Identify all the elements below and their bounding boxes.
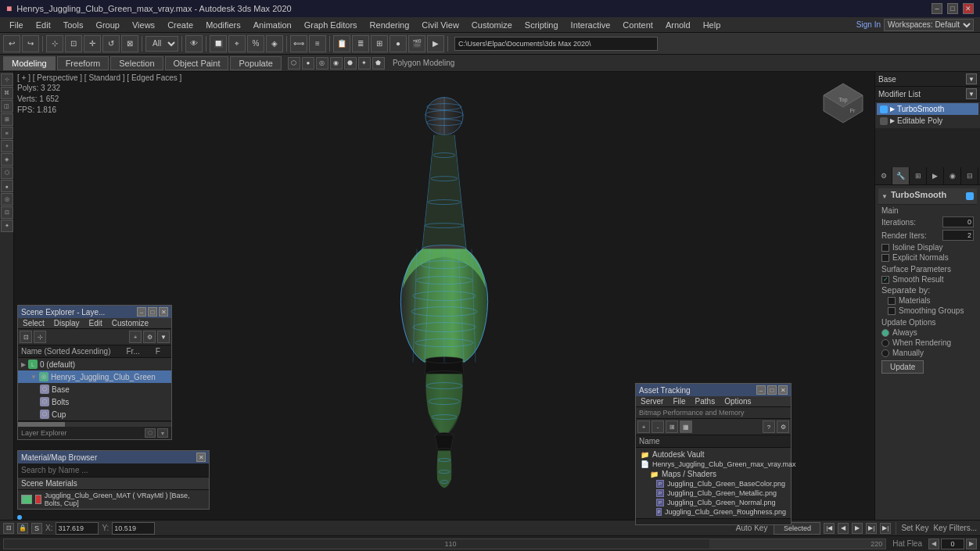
- lock-selection[interactable]: 🔒: [17, 523, 28, 534]
- polygon-modeling-btn[interactable]: ⬡: [288, 57, 300, 70]
- asset-tb-help[interactable]: ?: [763, 420, 775, 433]
- scene-status-btn1[interactable]: ⬡: [145, 428, 156, 438]
- scene-explorer-minimize[interactable]: –: [137, 307, 146, 317]
- sidebar-icon-1[interactable]: ⊹: [1, 73, 13, 86]
- path-input[interactable]: [454, 37, 658, 51]
- poly-btn-2[interactable]: ●: [302, 57, 314, 70]
- menu-arnold[interactable]: Arnold: [659, 19, 697, 31]
- smoothing-groups-checkbox[interactable]: [888, 307, 896, 315]
- panel-tab-display[interactable]: ⚙: [875, 167, 892, 184]
- asset-item-maps-folder[interactable]: 📁 Maps / Shaders: [647, 469, 789, 479]
- poly-btn-4[interactable]: ◉: [330, 57, 343, 70]
- tab-modeling[interactable]: Modeling: [3, 56, 56, 70]
- menu-content[interactable]: Content: [616, 19, 659, 31]
- reference-coord-dropdown[interactable]: All: [145, 36, 178, 52]
- scene-tb-filter[interactable]: ⊡: [20, 331, 32, 343]
- last-frame[interactable]: ▶|: [880, 523, 891, 534]
- sidebar-icon-12[interactable]: ✦: [1, 220, 13, 232]
- scene-menu-edit[interactable]: Edit: [84, 318, 107, 328]
- time-controls[interactable]: |◀: [824, 523, 835, 534]
- ribbon-toggle[interactable]: ≣: [352, 35, 369, 52]
- maximize-button[interactable]: □: [947, 3, 958, 14]
- panel-tab-motion[interactable]: ▶: [927, 167, 944, 184]
- close-button[interactable]: ✕: [963, 3, 974, 14]
- asset-menu-paths[interactable]: Paths: [691, 396, 720, 406]
- menu-file[interactable]: File: [3, 19, 30, 31]
- explicit-normals-checkbox[interactable]: [881, 254, 889, 262]
- render-button[interactable]: ▶: [427, 35, 444, 52]
- schematic-view[interactable]: ⊞: [371, 35, 388, 52]
- snap-toggle[interactable]: 🔲: [210, 35, 227, 52]
- asset-tracking-close[interactable]: ✕: [778, 385, 788, 395]
- asset-item-normal[interactable]: P Juggling_Club_Green_Normal.png: [637, 498, 789, 507]
- scene-explorer-maximize[interactable]: □: [148, 307, 157, 317]
- scene-tb-options[interactable]: ▼: [157, 331, 170, 343]
- sidebar-icon-10[interactable]: ◎: [1, 193, 13, 206]
- always-radio[interactable]: [881, 329, 889, 337]
- tree-item-bolts[interactable]: ⬡ Bolts: [18, 395, 171, 408]
- tab-selection[interactable]: Selection: [110, 56, 163, 70]
- tab-freeform[interactable]: Freeform: [57, 56, 109, 70]
- select-region-button[interactable]: ⊡: [65, 35, 82, 52]
- tree-item-default-layer[interactable]: ▶ L 0 (default): [18, 358, 171, 370]
- scale-button[interactable]: ⊠: [121, 35, 138, 52]
- asset-tracking-maximize[interactable]: □: [767, 385, 777, 395]
- menu-scripting[interactable]: Scripting: [519, 19, 565, 31]
- rotate-button[interactable]: ↺: [102, 35, 120, 52]
- modifier-expand-editable-poly[interactable]: ▶: [890, 117, 895, 124]
- panel-tab-hierarchy[interactable]: ⊞: [910, 167, 927, 184]
- modifier-eye-editable-poly[interactable]: [880, 117, 888, 125]
- menu-customize[interactable]: Customize: [465, 19, 519, 31]
- tree-item-base[interactable]: ⬡ Base: [18, 383, 171, 395]
- asset-tb-settings[interactable]: ⚙: [777, 420, 789, 433]
- tree-item-club-green[interactable]: ▼ ◎ Henrys_Juggling_Club_Green: [18, 370, 171, 383]
- asset-tb-remove[interactable]: -: [652, 420, 664, 433]
- menu-edit[interactable]: Edit: [30, 19, 57, 31]
- menu-help[interactable]: Help: [697, 19, 727, 31]
- material-editor[interactable]: ●: [389, 35, 407, 52]
- sidebar-icon-2[interactable]: ⌘: [1, 87, 13, 99]
- y-input[interactable]: [112, 522, 155, 535]
- selection-lock[interactable]: S: [31, 523, 42, 534]
- redo-button[interactable]: ↪: [22, 35, 39, 52]
- modifier-editable-poly[interactable]: ▶ Editable Poly: [877, 115, 978, 127]
- isoline-display-checkbox[interactable]: [881, 244, 889, 252]
- align-button[interactable]: ≡: [309, 35, 326, 52]
- move-button[interactable]: ✛: [84, 35, 101, 52]
- asset-menu-options[interactable]: Options: [720, 396, 756, 406]
- scene-menu-display[interactable]: Display: [49, 318, 84, 328]
- update-button[interactable]: Update: [881, 360, 924, 374]
- modifier-eye-turbsmooth[interactable]: [880, 106, 888, 113]
- panel-tab-modify[interactable]: 🔧: [892, 167, 910, 184]
- sign-in-button[interactable]: Sign In: [856, 20, 881, 29]
- asset-menu-file[interactable]: File: [668, 396, 690, 406]
- spinner-snap[interactable]: ◈: [266, 35, 283, 52]
- asset-item-vault[interactable]: 📁 Autodesk Vault: [637, 449, 789, 460]
- modifier-turbsmooth[interactable]: ▶ TurboSmooth: [877, 103, 978, 115]
- modifier-list-dropdown[interactable]: ▼: [966, 88, 977, 99]
- select-button[interactable]: ⊹: [46, 35, 63, 52]
- workspaces-dropdown[interactable]: Workspaces: Default: [884, 19, 974, 31]
- render-setup[interactable]: 🎬: [408, 35, 425, 52]
- undo-button[interactable]: ↩: [3, 35, 20, 52]
- layer-manager[interactable]: 📋: [333, 35, 350, 52]
- modifier-expand-turbsmooth[interactable]: ▶: [890, 106, 895, 113]
- nav-cube[interactable]: Top Fr: [820, 80, 867, 127]
- percent-snap[interactable]: %: [247, 35, 264, 52]
- manually-radio[interactable]: [881, 349, 889, 357]
- frame-input-next[interactable]: ▶: [966, 538, 977, 549]
- x-input[interactable]: [56, 522, 99, 535]
- sidebar-icon-5[interactable]: ≡: [1, 127, 13, 139]
- sidebar-icon-9[interactable]: ●: [1, 180, 13, 192]
- sidebar-icon-8[interactable]: ⬡: [1, 166, 13, 179]
- asset-item-roughness[interactable]: P Juggling_Club_Green_Roughness.png: [637, 507, 789, 517]
- poly-btn-3[interactable]: ◎: [316, 57, 328, 70]
- scene-explorer-close[interactable]: ✕: [159, 307, 168, 317]
- asset-item-basecolor[interactable]: P Juggling_Club_Green_BaseColor.png: [637, 479, 789, 488]
- menu-group[interactable]: Group: [89, 19, 126, 31]
- asset-tb-resolve[interactable]: ⊞: [666, 420, 678, 433]
- sidebar-icon-3[interactable]: ◫: [1, 100, 13, 113]
- poly-btn-7[interactable]: ⬟: [372, 57, 385, 70]
- menu-tools[interactable]: Tools: [57, 19, 90, 31]
- asset-tb-add[interactable]: +: [637, 420, 650, 433]
